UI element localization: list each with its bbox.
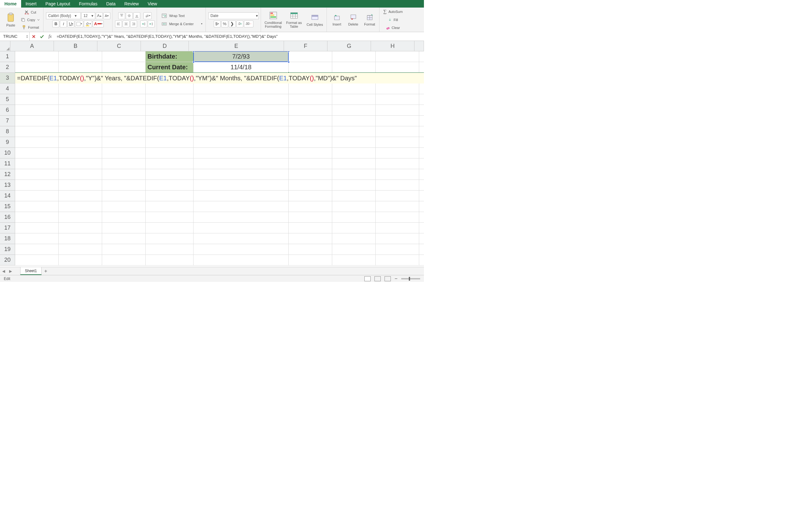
cell-C17[interactable] <box>102 223 146 233</box>
cell-E12[interactable] <box>193 169 289 180</box>
cell-H14[interactable] <box>376 191 419 201</box>
cell-F18[interactable] <box>289 233 332 244</box>
cell-G20[interactable] <box>332 255 376 266</box>
col-header-A[interactable]: A <box>11 41 54 51</box>
format-cells-button[interactable]: Format <box>362 8 377 31</box>
cell-F2[interactable] <box>289 62 332 73</box>
cell-E20[interactable] <box>193 255 289 266</box>
row-header-4[interactable]: 4 <box>0 83 15 94</box>
cell-D15[interactable] <box>146 201 193 212</box>
cell-G6[interactable] <box>332 105 376 116</box>
cell-F1[interactable] <box>289 51 332 62</box>
cell-D17[interactable] <box>146 223 193 233</box>
cell-F13[interactable] <box>289 180 332 191</box>
cell-H17[interactable] <box>376 223 419 233</box>
formula-input[interactable]: =DATEDIF(E1,TODAY(),"Y")&" Years, "&DATE… <box>54 32 424 41</box>
cell-E2[interactable]: 11/4/18 <box>193 62 289 73</box>
cell-C20[interactable] <box>102 255 146 266</box>
comma-button[interactable]: ❯ <box>229 20 236 27</box>
cell-H7[interactable] <box>376 116 419 126</box>
cell-H10[interactable] <box>376 148 419 158</box>
page-layout-view-button[interactable] <box>374 276 381 281</box>
cell-H1[interactable] <box>376 51 419 62</box>
increase-decimal-button[interactable]: .00 <box>236 20 243 27</box>
cell-H2[interactable] <box>376 62 419 73</box>
row-header-12[interactable]: 12 <box>0 169 15 180</box>
paste-button[interactable]: Paste <box>3 8 18 31</box>
cell-G1[interactable] <box>332 51 376 62</box>
cell-I14[interactable] <box>419 191 424 201</box>
zoom-slider[interactable] <box>401 278 420 279</box>
cell-F15[interactable] <box>289 201 332 212</box>
cell-E14[interactable] <box>193 191 289 201</box>
cell-H8[interactable] <box>376 126 419 137</box>
underline-button[interactable]: U▾ <box>68 20 74 27</box>
grid-body[interactable]: Birthdate:7/2/93Current Date:11/4/18=DAT… <box>15 51 424 267</box>
cell-G16[interactable] <box>332 212 376 223</box>
tab-view[interactable]: View <box>143 0 161 7</box>
cell-styles-button[interactable]: Cell Styles <box>305 8 324 31</box>
cell-B10[interactable] <box>59 148 102 158</box>
cell-F17[interactable] <box>289 223 332 233</box>
cell-A10[interactable] <box>15 148 59 158</box>
fill-color-button[interactable]: ▾ <box>84 20 92 27</box>
cell-A6[interactable] <box>15 105 59 116</box>
row-header-18[interactable]: 18 <box>0 233 15 244</box>
cell-C2[interactable] <box>102 62 146 73</box>
cell-I13[interactable] <box>419 180 424 191</box>
accept-formula-button[interactable] <box>38 32 46 41</box>
cell-I9[interactable] <box>419 137 424 148</box>
row-header-2[interactable]: 2 <box>0 62 15 73</box>
italic-button[interactable]: I <box>60 20 67 27</box>
cell-E5[interactable] <box>193 94 289 105</box>
decrease-font-button[interactable]: A▾ <box>104 12 110 19</box>
cell-H15[interactable] <box>376 201 419 212</box>
cell-E15[interactable] <box>193 201 289 212</box>
cell-C8[interactable] <box>102 126 146 137</box>
cell-B13[interactable] <box>59 180 102 191</box>
cell-B8[interactable] <box>59 126 102 137</box>
row-header-16[interactable]: 16 <box>0 212 15 223</box>
bold-button[interactable]: B <box>52 20 59 27</box>
cell-D9[interactable] <box>146 137 193 148</box>
decrease-indent-button[interactable] <box>140 20 147 27</box>
cell-A19[interactable] <box>15 244 59 255</box>
align-center-button[interactable] <box>123 20 130 27</box>
cell-I15[interactable] <box>419 201 424 212</box>
align-left-button[interactable] <box>115 20 122 27</box>
row-header-1[interactable]: 1 <box>0 51 15 62</box>
cell-H19[interactable] <box>376 244 419 255</box>
currency-button[interactable]: $▾ <box>214 20 221 27</box>
tab-home[interactable]: Home <box>0 0 21 7</box>
cell-E10[interactable] <box>193 148 289 158</box>
cell-D12[interactable] <box>146 169 193 180</box>
wrap-text-button[interactable]: Wrap Text <box>160 12 204 19</box>
tab-page-layout[interactable]: Page Layout <box>41 0 75 7</box>
cell-F10[interactable] <box>289 148 332 158</box>
cell-G7[interactable] <box>332 116 376 126</box>
cell-F19[interactable] <box>289 244 332 255</box>
font-name-combo[interactable]: Calibri (Body) ▾ <box>46 12 81 19</box>
col-header-H[interactable]: H <box>371 41 414 51</box>
increase-indent-button[interactable] <box>148 20 155 27</box>
cell-A12[interactable] <box>15 169 59 180</box>
col-header-C[interactable]: C <box>97 41 141 51</box>
align-right-button[interactable] <box>130 20 137 27</box>
cell-G13[interactable] <box>332 180 376 191</box>
merge-center-button[interactable]: Merge & Center ▾ <box>160 20 204 27</box>
cell-G12[interactable] <box>332 169 376 180</box>
row-header-13[interactable]: 13 <box>0 180 15 191</box>
conditional-formatting-button[interactable]: Conditional Formatting <box>263 8 283 31</box>
cell-D6[interactable] <box>146 105 193 116</box>
format-as-table-button[interactable]: Format as Table <box>284 8 304 31</box>
cut-button[interactable]: Cut <box>20 9 41 16</box>
cell-B18[interactable] <box>59 233 102 244</box>
cell-F6[interactable] <box>289 105 332 116</box>
cell-C13[interactable] <box>102 180 146 191</box>
align-middle-button[interactable] <box>126 12 133 19</box>
col-header-B[interactable]: B <box>54 41 97 51</box>
cell-G17[interactable] <box>332 223 376 233</box>
row-header-10[interactable]: 10 <box>0 148 15 158</box>
cell-D5[interactable] <box>146 94 193 105</box>
row-header-11[interactable]: 11 <box>0 158 15 169</box>
